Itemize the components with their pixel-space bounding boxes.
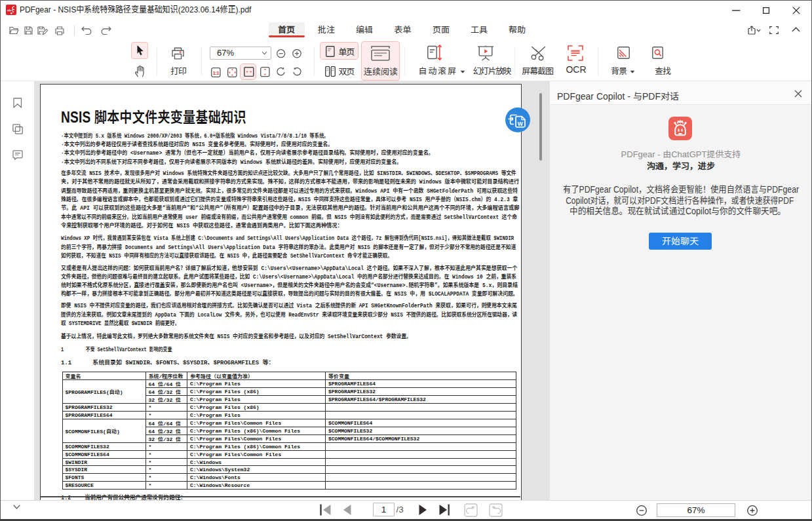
svg-text:W: W: [517, 120, 523, 126]
svg-text:1:1: 1:1: [212, 69, 220, 75]
